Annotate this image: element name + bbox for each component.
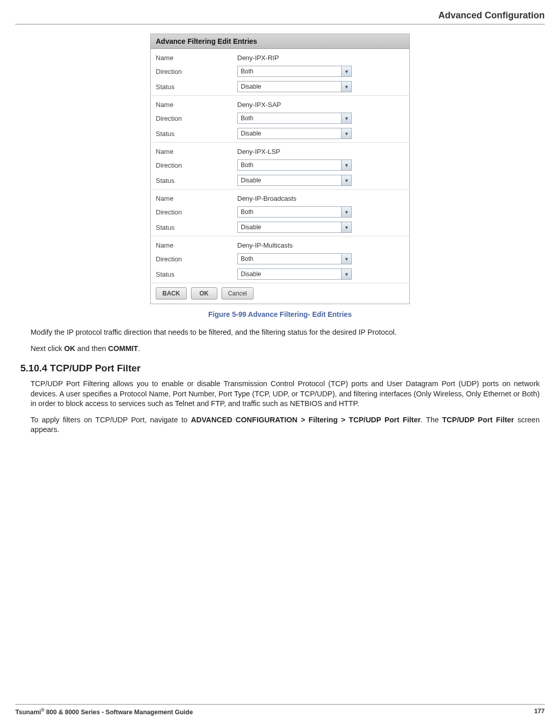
- entry-block: Name Deny-IP-Broadcasts Direction Both ▾…: [151, 189, 409, 236]
- direction-select-value: Both: [241, 68, 254, 75]
- label-name: Name: [156, 241, 237, 249]
- form-row: Name Deny-IP-Broadcasts: [156, 193, 404, 204]
- status-select-value: Disable: [241, 177, 261, 184]
- status-select-value: Disable: [241, 83, 261, 90]
- footer-product: Tsunami: [15, 709, 41, 716]
- status-select[interactable]: Disable ▾: [237, 128, 352, 139]
- status-select[interactable]: Disable ▾: [237, 175, 352, 186]
- label-direction: Direction: [156, 208, 237, 216]
- back-button[interactable]: BACK: [156, 287, 187, 300]
- form-row: Status Disable ▾: [156, 126, 404, 141]
- direction-select[interactable]: Both ▾: [237, 66, 352, 77]
- text-bold: ADVANCED CONFIGURATION > Filtering > TCP…: [191, 416, 421, 424]
- chevron-down-icon: ▾: [341, 160, 351, 170]
- paragraph: To apply filters on TCP/UDP Port, naviga…: [31, 415, 540, 435]
- text-bold: TCP/UDP Port Filter: [442, 416, 514, 424]
- direction-select[interactable]: Both ▾: [237, 113, 352, 124]
- paragraph: TCP/UDP Port Filtering allows you to ena…: [31, 379, 540, 409]
- form-row: Status Disable ▾: [156, 266, 404, 282]
- footer-left: Tsunami® 800 & 8000 Series - Software Ma…: [15, 708, 193, 716]
- text: Next click: [31, 344, 64, 353]
- figure-caption: Figure 5-99 Advance Filtering- Edit Entr…: [0, 310, 560, 318]
- label-status: Status: [156, 83, 237, 91]
- chevron-down-icon: ▾: [341, 222, 351, 232]
- direction-select-value: Both: [241, 161, 254, 169]
- chevron-down-icon: ▾: [341, 128, 351, 139]
- form-row: Name Deny-IPX-SAP: [156, 99, 404, 111]
- chevron-down-icon: ▾: [341, 254, 351, 264]
- status-select[interactable]: Disable ▾: [237, 222, 352, 233]
- form-row: Status Disable ▾: [156, 220, 404, 235]
- direction-select-value: Both: [241, 208, 254, 215]
- chevron-down-icon: ▾: [341, 113, 351, 123]
- label-direction: Direction: [156, 161, 237, 169]
- value-name: Deny-IPX-SAP: [237, 101, 281, 109]
- section-heading: 5.10.4 TCP/UDP Port Filter: [20, 363, 540, 374]
- form-row: Status Disable ▾: [156, 79, 404, 94]
- form-row: Direction Both ▾: [156, 157, 404, 173]
- entry-block: Name Deny-IPX-SAP Direction Both ▾ Statu…: [151, 95, 409, 142]
- form-row: Name Deny-IPX-RIP: [156, 52, 404, 64]
- label-status: Status: [156, 177, 237, 184]
- text: To apply filters on TCP/UDP Port, naviga…: [31, 416, 191, 424]
- chevron-down-icon: ▾: [341, 175, 351, 185]
- chevron-down-icon: ▾: [341, 269, 351, 279]
- label-name: Name: [156, 101, 237, 109]
- value-name: Deny-IPX-LSP: [237, 148, 281, 155]
- label-status: Status: [156, 130, 237, 138]
- form-row: Direction Both ▾: [156, 64, 404, 79]
- value-name: Deny-IP-Multicasts: [237, 241, 293, 249]
- status-select-value: Disable: [241, 224, 261, 231]
- label-status: Status: [156, 224, 237, 231]
- page-header-title: Advanced Configuration: [0, 0, 560, 24]
- dialog-title: Advance Filtering Edit Entries: [151, 34, 409, 49]
- paragraph: Next click OK and then COMMIT.: [31, 344, 540, 354]
- label-name: Name: [156, 148, 237, 155]
- status-select-value: Disable: [241, 271, 261, 278]
- form-row: Direction Both ▾: [156, 204, 404, 220]
- direction-select-value: Both: [241, 115, 254, 122]
- form-row: Status Disable ▾: [156, 173, 404, 188]
- direction-select-value: Both: [241, 255, 254, 262]
- cancel-button[interactable]: Cancel: [221, 287, 254, 300]
- body-text: Modify the IP protocol traffic direction…: [0, 328, 560, 435]
- entry-block: Name Deny-IPX-LSP Direction Both ▾ Statu…: [151, 142, 409, 189]
- footer-title: 800 & 8000 Series - Software Management …: [44, 709, 193, 716]
- direction-select[interactable]: Both ▾: [237, 159, 352, 171]
- status-select[interactable]: Disable ▾: [237, 81, 352, 92]
- page-footer: Tsunami® 800 & 8000 Series - Software Ma…: [15, 704, 545, 716]
- value-name: Deny-IPX-RIP: [237, 54, 279, 62]
- form-row: Direction Both ▾: [156, 111, 404, 126]
- text-bold: COMMIT: [108, 344, 138, 353]
- form-row: Name Deny-IP-Multicasts: [156, 239, 404, 251]
- chevron-down-icon: ▾: [341, 207, 351, 217]
- text: and then: [75, 344, 108, 353]
- direction-select[interactable]: Both ▾: [237, 206, 352, 218]
- entry-block: Name Deny-IPX-RIP Direction Both ▾ Statu…: [151, 49, 409, 95]
- form-row: Name Deny-IPX-LSP: [156, 146, 404, 157]
- label-direction: Direction: [156, 115, 237, 122]
- ok-button[interactable]: OK: [191, 287, 217, 300]
- chevron-down-icon: ▾: [341, 66, 351, 76]
- dialog-button-row: BACK OK Cancel: [151, 283, 409, 304]
- dialog-advance-filtering-edit-entries: Advance Filtering Edit Entries Name Deny…: [150, 34, 410, 304]
- text: .: [138, 344, 140, 353]
- label-name: Name: [156, 54, 237, 62]
- paragraph: Modify the IP protocol traffic direction…: [31, 328, 540, 338]
- label-direction: Direction: [156, 255, 237, 263]
- entry-block: Name Deny-IP-Multicasts Direction Both ▾…: [151, 236, 409, 283]
- header-rule: [15, 24, 545, 24]
- label-direction: Direction: [156, 68, 237, 75]
- value-name: Deny-IP-Broadcasts: [237, 195, 296, 202]
- text-bold: OK: [64, 344, 75, 353]
- text: . The: [421, 416, 442, 424]
- label-name: Name: [156, 195, 237, 202]
- page-number: 177: [534, 708, 545, 716]
- label-status: Status: [156, 271, 237, 278]
- chevron-down-icon: ▾: [341, 82, 351, 92]
- status-select-value: Disable: [241, 130, 261, 137]
- status-select[interactable]: Disable ▾: [237, 268, 352, 280]
- form-row: Direction Both ▾: [156, 251, 404, 266]
- direction-select[interactable]: Both ▾: [237, 253, 352, 264]
